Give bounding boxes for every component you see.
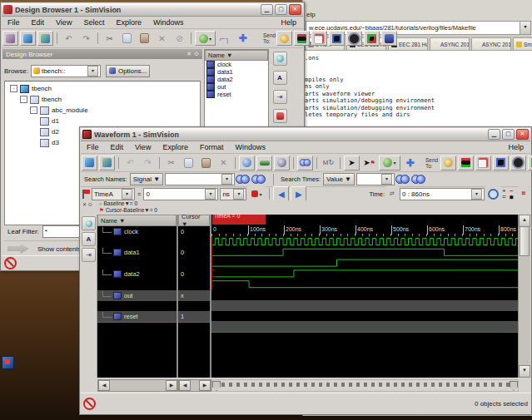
scope-signal-clock[interactable]: clock (205, 61, 268, 68)
attach-icon[interactable]: ⊘ (172, 31, 187, 46)
browser-help-menu[interactable]: elp (306, 11, 316, 18)
search-names-input[interactable]: ▾ (165, 173, 235, 185)
time-range-input[interactable]: 0 : 860ns▾ (400, 188, 485, 200)
scope-signal-data2[interactable]: data2 (205, 76, 268, 83)
time-range-slider[interactable] (211, 379, 519, 392)
wf-minimize-button[interactable]: ▁ (488, 129, 500, 140)
time-cursor-dropdown[interactable]: TimeA▾ (92, 188, 135, 200)
gutter-goto-icon[interactable]: ⇥ (82, 248, 96, 262)
browse-scope-combobox[interactable]: tbench:: ▾ (31, 65, 101, 77)
tree-item-tbench[interactable]: -tbench (5, 94, 200, 105)
close-button[interactable]: ✕ (289, 4, 301, 15)
zoom-magnifier-icon[interactable] (485, 186, 501, 201)
zoom-full-button[interactable]: ◼ (510, 194, 517, 200)
prev-edge-icon[interactable]: ◀ (273, 186, 289, 201)
design-browser-titlebar[interactable]: Design Browser 1 - SimVision ▁ ▢ ✕ (2, 3, 303, 17)
maximize-button[interactable]: ▢ (275, 4, 287, 15)
wf-send-register-icon[interactable] (528, 156, 532, 170)
browse-dropdown-icon[interactable]: ▾ (87, 66, 98, 77)
browser-tab[interactable]: ASYNC 201... (471, 37, 511, 50)
paste-icon[interactable] (137, 31, 152, 46)
cursor-value-data1[interactable]: 0 (178, 248, 210, 259)
add-icon[interactable]: ✚ (235, 31, 251, 46)
open-database-icon[interactable] (20, 31, 36, 46)
strip-waveform-icon[interactable] (273, 52, 287, 66)
time-cursor-line[interactable] (211, 236, 212, 289)
menu-edit[interactable]: Edit (26, 18, 51, 27)
wf-paste-icon[interactable] (198, 156, 214, 170)
wf-save-icon[interactable] (99, 156, 115, 170)
time-unit-dropdown[interactable]: ns▾ (220, 188, 246, 200)
strip-declaration-icon[interactable]: A (273, 71, 287, 85)
send-to-schematic-icon[interactable] (329, 31, 345, 46)
show-contents-arrow-icon[interactable] (7, 244, 29, 254)
next-edge-icon[interactable]: ▶ (291, 186, 306, 201)
wf-add-icon[interactable]: ✚ (402, 156, 418, 170)
strip-close-icon[interactable]: ✕ ⊙ (82, 201, 92, 207)
wave-signal-row-reset[interactable]: reset (97, 311, 177, 323)
cursor-color-dropdown[interactable]: ▾ (247, 186, 266, 201)
time-search-prev-icon[interactable] (395, 174, 410, 185)
cursor-value-out[interactable]: x (178, 290, 210, 301)
wf-sim-control-icon[interactable]: ▾ (379, 156, 400, 170)
wf-send-source-icon[interactable] (475, 156, 491, 170)
gutter-declaration-icon[interactable]: A (82, 232, 96, 246)
strip-source-icon[interactable] (273, 109, 287, 123)
wf-send-schematic-icon[interactable] (493, 156, 509, 170)
snap-cursor-icon[interactable]: M↻ (321, 156, 336, 170)
menu-help[interactable]: Help (274, 18, 303, 27)
place-marker-icon[interactable]: ➤⚑ (361, 156, 377, 170)
gutter-zoom-icon[interactable] (82, 216, 96, 230)
cursor-column-scrollbar[interactable]: ◀▶ (178, 379, 211, 392)
copy-icon[interactable] (119, 31, 135, 46)
zoom-out-button[interactable]: − (510, 188, 517, 194)
tree-expand-icon[interactable]: - (20, 96, 27, 103)
search-times-type-dropdown[interactable]: Value ▼ (323, 173, 355, 185)
wf-send-viewer-icon[interactable] (510, 156, 526, 170)
redo-icon[interactable]: ↷ (78, 31, 94, 46)
waveform-canvas[interactable]: Baseline = 0 TimeA = 0 0100ns200ns300ns4… (211, 215, 519, 378)
cursor-value-clock[interactable]: 0 (178, 226, 210, 237)
zoom-fit-button[interactable]: = (502, 194, 510, 200)
wave-signal-row-data1[interactable]: data1 (97, 248, 177, 259)
scope-signal-reset[interactable]: reset (205, 91, 268, 98)
expand-sequence-icon[interactable] (239, 156, 255, 170)
name-column-scrollbar[interactable]: ◀▶ (97, 379, 178, 392)
cursor-value-data2[interactable]: 0 (178, 269, 210, 279)
wf-send-waveform-icon[interactable] (440, 156, 456, 170)
reload-database-icon[interactable] (37, 31, 53, 46)
wf-send-console-icon[interactable] (458, 156, 474, 170)
send-to-console-icon[interactable] (294, 31, 310, 46)
wf-copy-icon[interactable] (181, 156, 196, 170)
wf-undo-icon[interactable]: ↶ (122, 156, 138, 170)
wave-signal-row-data2[interactable]: data2 (97, 269, 177, 279)
time-search-next-icon[interactable] (411, 174, 425, 185)
tree-expand-icon[interactable]: - (10, 85, 17, 92)
name-column-header[interactable]: Name ▼ (205, 50, 268, 61)
wf-close-button[interactable]: ✕ (516, 129, 529, 140)
menu-explore[interactable]: Explore (157, 143, 194, 151)
wave-track-reset[interactable] (211, 321, 519, 333)
new-window-icon[interactable] (2, 31, 18, 46)
waveform-vertical-scrollbar[interactable]: ▲ ▼ (518, 215, 530, 378)
tree-item-tbench[interactable]: -tbench (5, 83, 200, 94)
search-next-icon[interactable] (251, 174, 266, 185)
wf-open-icon[interactable] (82, 156, 97, 170)
vscroll-thumb[interactable] (520, 226, 530, 256)
minimize-button[interactable]: ▁ (261, 4, 273, 15)
wf-delete-icon[interactable]: ✕ (216, 156, 231, 170)
wf-cut-icon[interactable]: ✂ (163, 156, 179, 170)
search-names-type-dropdown[interactable]: Signal ▼ (130, 173, 163, 185)
options-button[interactable]: Options... (106, 65, 150, 77)
undo-icon[interactable]: ↶ (61, 31, 77, 46)
wf-maximize-button[interactable]: ▢ (502, 129, 515, 140)
cursor-value-reset[interactable]: 1 (178, 311, 210, 323)
menu-explore[interactable]: Explore (110, 18, 147, 27)
send-to-register-icon[interactable] (364, 31, 380, 46)
tree-item-abc_module[interactable]: -abc_module (5, 105, 200, 116)
wf-cursor-header[interactable]: Cursor ▼ (178, 215, 210, 226)
simulation-control-icon[interactable]: ▾ (195, 31, 216, 46)
tree-expand-icon[interactable]: - (30, 106, 37, 114)
scroll-down-icon[interactable]: ▼ (519, 365, 530, 378)
wave-signal-row-clock[interactable]: clock (97, 226, 177, 237)
